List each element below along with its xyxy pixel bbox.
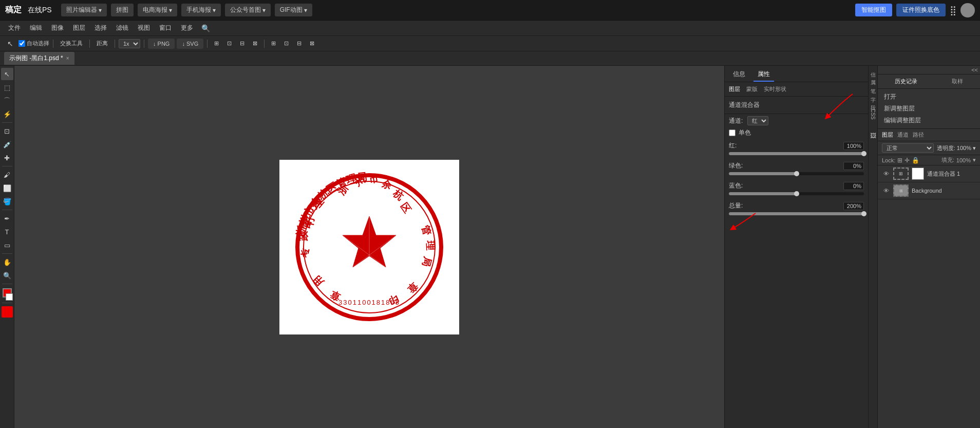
tool-eraser[interactable]: ⬜ <box>1 182 13 194</box>
collage-btn[interactable]: 拼图 <box>111 4 134 16</box>
layer-tab-realtime[interactable]: 实时形状 <box>764 84 786 94</box>
layer-tab-mask[interactable]: 蒙版 <box>746 84 758 94</box>
background-color[interactable] <box>6 293 13 301</box>
opacity-control: 透明度: 100% ▾ <box>937 144 976 152</box>
layers-tab-path[interactable]: 路径 <box>913 131 924 139</box>
canvas-area[interactable]: 3301100181855 浙州市余杭区管理局 <box>14 66 724 428</box>
sample-tab[interactable]: 取样 <box>950 77 965 86</box>
lock-pixel-icon[interactable]: ⊞ <box>897 157 902 164</box>
blue-slider-track[interactable] <box>729 192 864 195</box>
tool-heal[interactable]: ✚ <box>1 152 13 164</box>
align-icon-3[interactable]: ⊟ <box>237 39 248 48</box>
blue-slider-label: 蓝色: <box>729 181 743 190</box>
tool-crop[interactable]: ⊡ <box>1 125 13 137</box>
blend-mode-select[interactable]: 正常 <box>882 143 934 153</box>
tab-close-icon[interactable]: × <box>66 55 69 61</box>
side-label-img-icon[interactable]: 🖼 <box>870 132 876 139</box>
distribute-icon-3[interactable]: ⊟ <box>294 39 305 48</box>
menu-more[interactable]: 更多 <box>177 23 197 33</box>
auto-select-label: 自动选择 <box>27 40 49 47</box>
distribute-icon-1[interactable]: ⊞ <box>268 39 279 48</box>
ecommerce-btn[interactable]: 电商海报 ▾ <box>138 4 177 16</box>
menu-image[interactable]: 图像 <box>47 23 68 33</box>
smart-cutout-btn[interactable]: 智能抠图 <box>855 4 892 16</box>
menu-view[interactable]: 视图 <box>134 23 154 33</box>
logo: 稿定 <box>5 5 22 15</box>
canvas-document: 3301100181855 浙州市余杭区管理局 <box>279 160 459 334</box>
tool-move[interactable]: ↖ <box>1 68 13 80</box>
menu-select[interactable]: 选择 <box>90 23 111 33</box>
layer-tab-layer[interactable]: 图层 <box>729 84 740 94</box>
id-photo-btn[interactable]: 证件照换底色 <box>896 4 946 16</box>
tool-hand[interactable]: ✋ <box>1 256 13 268</box>
lock-move-icon[interactable]: ✛ <box>904 157 910 164</box>
menu-filter[interactable]: 滤镜 <box>112 23 133 33</box>
collapse-icon[interactable]: << <box>971 67 978 73</box>
align-icon-1[interactable]: ⊞ <box>211 39 222 48</box>
tool-zoom[interactable]: 🔍 <box>1 269 13 282</box>
layer-eye-background[interactable]: 👁 <box>882 187 890 195</box>
green-slider-value[interactable]: 0% <box>843 162 864 170</box>
layer-item-background[interactable]: 👁 ⊞ Background <box>878 182 980 199</box>
menu-file[interactable]: 文件 <box>4 23 25 33</box>
tool-brush[interactable]: 🖌 <box>1 169 13 181</box>
auto-select-input[interactable] <box>18 40 25 47</box>
svg-export-btn[interactable]: ↓ SVG <box>177 39 203 49</box>
gif-btn[interactable]: GIF动图 ▾ <box>275 4 312 16</box>
photo-editor-btn[interactable]: 照片编辑器 ▾ <box>61 4 107 16</box>
panel-tab-info[interactable]: 信息 <box>729 68 749 82</box>
png-export-btn[interactable]: ↓ PNG <box>148 39 175 49</box>
tool-fill[interactable]: 🪣 <box>1 195 13 208</box>
channel-mixer-title: 通道混合器 <box>729 101 760 108</box>
align-icon-2[interactable]: ⊡ <box>224 39 235 48</box>
green-slider-track[interactable] <box>729 172 864 175</box>
mobile-btn[interactable]: 手机海报 ▾ <box>181 4 221 16</box>
tool-shape[interactable]: ▭ <box>1 239 13 251</box>
red-slider-track[interactable] <box>729 152 864 155</box>
history-item-new-layer[interactable]: 新调整图层 <box>882 103 976 115</box>
file-tab[interactable]: 示例图 -黑白1.psd * × <box>4 52 74 65</box>
panel-tab-attrs[interactable]: 属性 <box>753 68 774 82</box>
side-label-css[interactable]: CSS <box>870 109 876 120</box>
mono-label: 单色 <box>739 128 751 137</box>
fill-value[interactable]: 100% <box>956 157 971 163</box>
menu-edit[interactable]: 编辑 <box>26 23 46 33</box>
total-slider-track[interactable] <box>729 212 864 215</box>
layer-item-channel-mixer[interactable]: 👁 ⊞ 通道混合器 1 <box>878 165 980 182</box>
align-icon-4[interactable]: ⊠ <box>250 39 260 48</box>
search-icon[interactable]: 🔍 <box>198 23 213 33</box>
menu-window[interactable]: 窗口 <box>155 23 176 33</box>
move-tool-icon[interactable]: ↖ <box>4 38 16 50</box>
total-slider-value[interactable]: 200% <box>843 202 864 210</box>
tabbar: 示例图 -黑白1.psd * × <box>0 51 980 66</box>
distribute-icon-2[interactable]: ⊡ <box>281 39 292 48</box>
history-item-open[interactable]: 打开 <box>882 91 976 103</box>
menu-layer[interactable]: 图层 <box>69 23 89 33</box>
tool-text[interactable]: T <box>1 226 13 238</box>
scale-dropdown[interactable]: 1x 2x <box>119 39 140 48</box>
opacity-value[interactable]: 100% <box>957 145 971 151</box>
fill-dropdown-icon[interactable]: ▾ <box>973 157 976 163</box>
history-tab[interactable]: 历史记录 <box>893 77 919 86</box>
blue-slider-value[interactable]: 0% <box>843 182 864 190</box>
history-item-edit-layer[interactable]: 编辑调整图层 <box>882 115 976 126</box>
collapse-btn[interactable]: << <box>878 66 980 75</box>
red-slider-value[interactable]: 100% <box>843 142 864 150</box>
layer-eye-channel-mixer[interactable]: 👁 <box>882 170 890 178</box>
avatar[interactable] <box>960 3 975 17</box>
grid-icon[interactable]: ⣿ <box>950 5 956 16</box>
opacity-dropdown-icon[interactable]: ▾ <box>973 145 976 152</box>
tool-pen[interactable]: ✒ <box>1 212 13 225</box>
tool-lasso[interactable]: ⌒ <box>1 95 13 107</box>
layers-tab-channel[interactable]: 通道 <box>897 131 909 139</box>
tool-magic-wand[interactable]: ⚡ <box>1 108 13 120</box>
layers-tab-layer[interactable]: 图层 <box>882 131 893 139</box>
distribute-icon-4[interactable]: ⊠ <box>307 39 317 48</box>
wechat-btn[interactable]: 公众号首图 ▾ <box>225 4 271 16</box>
channel-select[interactable]: 红 绿 蓝 <box>747 116 768 125</box>
lock-icon[interactable]: 🔒 <box>912 157 919 164</box>
tool-eyedropper[interactable]: 💉 <box>1 138 13 151</box>
tool-marquee[interactable]: ⬚ <box>1 81 13 94</box>
auto-select-checkbox[interactable]: 自动选择 <box>18 40 49 47</box>
mono-checkbox[interactable] <box>729 129 736 136</box>
